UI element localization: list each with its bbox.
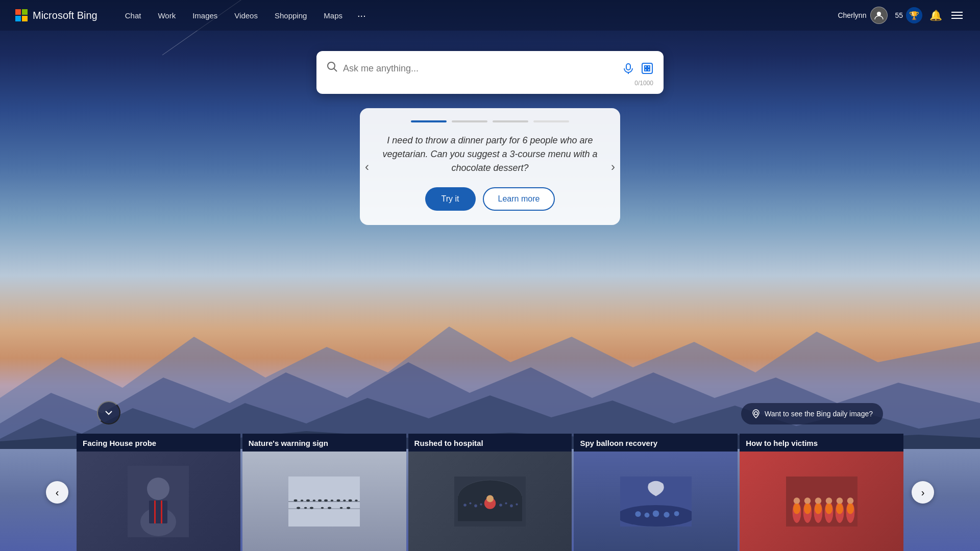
news-image-1	[77, 452, 240, 551]
logo-area[interactable]: Microsoft Bing	[15, 9, 97, 21]
svg-point-76	[804, 503, 811, 514]
news-title-3: Rushed to hospital	[408, 434, 572, 452]
svg-point-40	[340, 507, 343, 509]
card-buttons: Try it Learn more	[380, 187, 600, 211]
mic-button[interactable]	[623, 63, 634, 74]
ms-logo-q3	[15, 16, 21, 21]
svg-point-69	[793, 497, 800, 504]
nav-links: Chat Work Images Videos Shopping Maps ··…	[118, 7, 838, 24]
suggestion-next-button[interactable]: ›	[611, 160, 615, 174]
svg-point-72	[825, 497, 832, 504]
svg-rect-10	[645, 66, 647, 68]
news-card-1[interactable]: Facing House probe	[77, 434, 240, 551]
nav-work[interactable]: Work	[151, 7, 183, 24]
svg-point-51	[499, 504, 502, 507]
news-image-5	[740, 452, 903, 551]
learn-more-button[interactable]: Learn more	[483, 187, 555, 211]
svg-point-60	[664, 512, 669, 517]
svg-point-38	[321, 507, 324, 509]
news-prev-button[interactable]: ‹	[46, 481, 68, 504]
nav-images[interactable]: Images	[185, 7, 225, 24]
svg-rect-7	[626, 64, 630, 70]
progress-dot-2[interactable]	[452, 120, 487, 122]
nav-right: Cherlynn 55 🏆 🔔	[838, 7, 965, 24]
svg-point-24	[294, 499, 298, 501]
location-icon	[751, 409, 761, 418]
news-next-button[interactable]: ›	[912, 481, 934, 504]
svg-point-53	[510, 504, 513, 507]
svg-point-73	[836, 497, 843, 504]
svg-point-39	[328, 507, 331, 509]
svg-point-48	[469, 502, 471, 504]
svg-point-29	[324, 499, 328, 501]
progress-dot-4[interactable]	[533, 120, 569, 122]
news-title-1: Facing House probe	[77, 434, 240, 452]
navbar: Microsoft Bing Chat Work Images Videos S…	[0, 0, 980, 31]
news-strip: ‹ Facing House probe Nature's warning si…	[0, 434, 980, 551]
svg-point-52	[505, 502, 507, 504]
svg-point-58	[644, 512, 649, 517]
news-card-3[interactable]: Rushed to hospital	[408, 434, 572, 551]
svg-point-77	[815, 503, 822, 514]
daily-image-button[interactable]: Want to see the Bing daily image?	[741, 403, 883, 424]
nav-more[interactable]: ···	[352, 8, 371, 23]
svg-point-50	[480, 503, 482, 505]
svg-point-26	[306, 499, 310, 501]
svg-point-59	[652, 510, 659, 517]
svg-point-32	[343, 499, 346, 502]
user-name: Cherlynn	[838, 11, 866, 19]
bell-icon[interactable]: 🔔	[929, 9, 942, 21]
svg-point-46	[486, 495, 494, 502]
svg-point-16	[147, 478, 169, 500]
search-container: 0/1000	[316, 51, 664, 94]
news-card-2[interactable]: Nature's warning sign	[242, 434, 406, 551]
svg-point-31	[337, 499, 340, 501]
svg-point-28	[318, 499, 322, 501]
hamburger-menu[interactable]	[949, 10, 965, 21]
progress-dot-3[interactable]	[493, 120, 528, 122]
news-card-4[interactable]: Spy balloon recovery	[574, 434, 738, 551]
search-icon	[327, 61, 338, 76]
image-search-button[interactable]	[641, 62, 653, 74]
svg-rect-11	[648, 66, 650, 68]
trophy-icon[interactable]: 🏆	[906, 7, 922, 23]
progress-dots	[380, 120, 600, 122]
try-it-button[interactable]: Try it	[425, 187, 476, 211]
nav-videos[interactable]: Videos	[227, 7, 265, 24]
svg-line-6	[334, 69, 337, 72]
ms-logo-q4	[22, 16, 28, 21]
search-row	[327, 61, 653, 76]
news-title-4: Spy balloon recovery	[574, 434, 738, 452]
news-image-2	[242, 452, 406, 551]
nav-chat[interactable]: Chat	[118, 7, 149, 24]
progress-dot-1[interactable]	[411, 120, 447, 122]
nav-maps[interactable]: Maps	[316, 7, 350, 24]
char-count: 0/1000	[327, 80, 653, 87]
svg-point-74	[847, 497, 853, 504]
svg-point-47	[463, 504, 467, 507]
news-title-5: How to help victims	[740, 434, 903, 452]
svg-point-36	[304, 507, 307, 509]
news-card-5[interactable]: How to help victims	[740, 434, 903, 551]
svg-point-71	[815, 497, 821, 504]
microsoft-logo	[15, 9, 28, 21]
suggestion-prev-button[interactable]: ‹	[365, 160, 369, 174]
svg-point-75	[793, 503, 800, 514]
svg-point-49	[474, 504, 477, 507]
user-area[interactable]: Cherlynn	[838, 7, 888, 24]
scroll-down-button[interactable]	[97, 401, 120, 424]
score-badge: 55 🏆	[895, 7, 922, 23]
news-image-3	[408, 452, 572, 551]
avatar[interactable]	[870, 7, 888, 24]
score-value: 55	[895, 11, 903, 19]
svg-point-54	[516, 503, 518, 505]
search-input[interactable]	[343, 63, 618, 74]
svg-point-25	[301, 499, 304, 502]
svg-point-5	[328, 62, 335, 69]
nav-shopping[interactable]: Shopping	[267, 7, 314, 24]
svg-point-80	[847, 503, 854, 514]
daily-image-label: Want to see the Bing daily image?	[765, 410, 873, 418]
suggestion-card: ‹ I need to throw a dinner party for 6 p…	[360, 108, 620, 225]
svg-point-37	[310, 507, 313, 509]
svg-point-41	[347, 507, 350, 509]
